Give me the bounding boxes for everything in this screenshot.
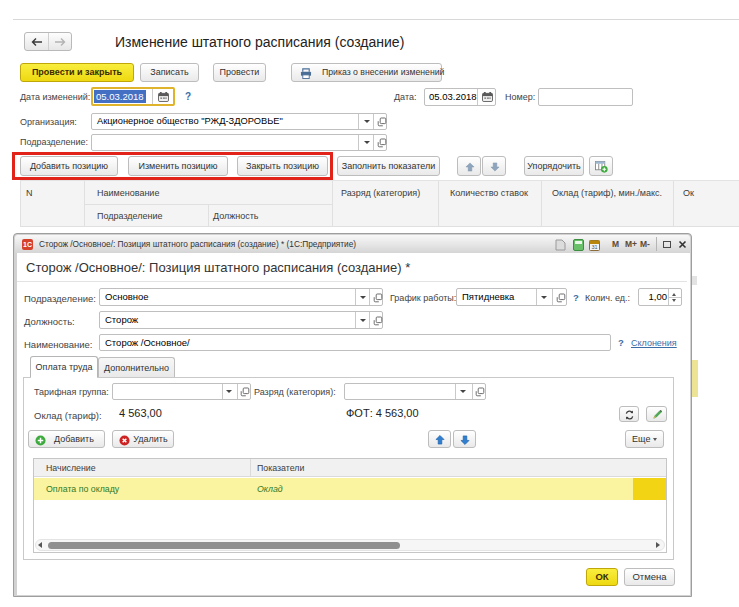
svg-text:31: 31: [591, 244, 597, 250]
